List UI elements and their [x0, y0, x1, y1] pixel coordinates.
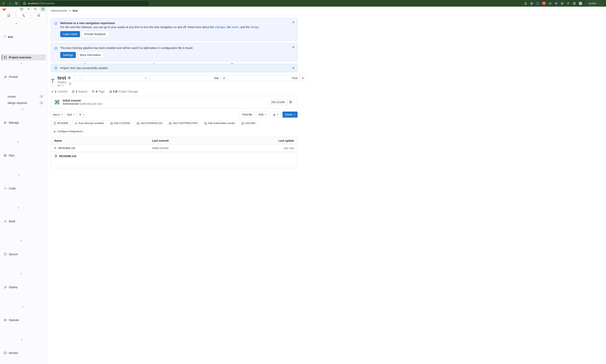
panel-icon[interactable] — [20, 7, 23, 11]
ssh-key-button[interactable] — [74, 75, 80, 81]
col-last-update: Last update — [250, 139, 294, 142]
nav-operate[interactable]: Operate — [2, 304, 46, 337]
chip-add-license[interactable]: Add LICENSE — [108, 120, 133, 126]
commit-author[interactable]: Administrator — [63, 102, 79, 105]
stat-tags[interactable]: 0 Tags — [92, 90, 105, 93]
reload-icon[interactable] — [15, 2, 18, 5]
nav-build[interactable]: Build — [2, 205, 46, 238]
address-bar[interactable]: localhost:5580/root/test — [20, 1, 149, 6]
bookmark-icon[interactable] — [530, 2, 533, 5]
nav-deploy[interactable]: Deploy — [2, 271, 46, 304]
add-file-button[interactable] — [77, 112, 87, 117]
nav-pinned[interactable]: Pinned — [2, 60, 46, 93]
quickaction-mr[interactable] — [17, 13, 30, 18]
tree-row[interactable]: M↓ README.md Initial commit just now — [51, 144, 297, 152]
svg-rect-19 — [8, 14, 9, 17]
nav-secure[interactable]: Secure — [2, 238, 46, 271]
chip-devops[interactable]: Auto DevOps enabled — [72, 120, 106, 126]
find-file-button[interactable]: Find file — [240, 112, 255, 117]
back-icon[interactable] — [2, 2, 5, 5]
link-vision[interactable]: vision — [232, 26, 239, 29]
nav-issues[interactable]: Issues 0 — [2, 93, 46, 100]
update-button[interactable]: Update — [585, 1, 604, 6]
edit-dropdown[interactable]: Edit — [256, 112, 269, 117]
chip-configure-integrations[interactable]: Configure Integrations — [51, 129, 85, 134]
clone-dropdown[interactable]: Clone — [283, 112, 298, 117]
notifications-button[interactable] — [81, 75, 149, 81]
browser-chrome: localhost:5580/root/test P1 Update — [0, 0, 606, 7]
build-icon — [4, 220, 7, 223]
nav-overview[interactable]: Project overview — [2, 54, 46, 60]
nav-monitor[interactable]: Monitor — [2, 337, 46, 364]
copy-sha-button[interactable] — [287, 99, 294, 105]
profile-avatar[interactable] — [579, 2, 582, 5]
nav-merge-requests[interactable]: Merge requests 0 — [2, 100, 46, 106]
commit-title[interactable]: Initial commit — [63, 99, 102, 102]
close-icon[interactable] — [292, 46, 295, 49]
reading-list-icon[interactable] — [567, 2, 570, 5]
extensions-icon[interactable] — [561, 2, 564, 5]
stat-branches[interactable]: 1 Branch — [72, 90, 87, 93]
user-identicon[interactable] — [41, 7, 45, 12]
chip-readme[interactable]: README — [51, 120, 70, 126]
stat-commits[interactable]: 1 Commit — [51, 90, 67, 93]
gear-icon — [53, 130, 56, 133]
nav-code[interactable]: Code — [2, 172, 46, 205]
fork-button[interactable]: Fork — [228, 75, 300, 81]
svg-rect-51 — [55, 103, 56, 104]
path-root[interactable]: test — [67, 113, 72, 116]
plus-icon[interactable] — [27, 7, 30, 11]
react-ext-icon[interactable] — [555, 2, 558, 5]
copy-icon[interactable] — [69, 82, 71, 85]
ext1-icon[interactable] — [536, 2, 539, 5]
chip-add-contributing[interactable]: Add CONTRIBUTING — [166, 120, 200, 126]
share-icon[interactable] — [524, 2, 527, 5]
breadcrumb-admin[interactable]: Administrator — [51, 9, 67, 12]
close-icon[interactable] — [292, 66, 295, 70]
svg-rect-50 — [56, 102, 58, 103]
forward-icon[interactable] — [8, 2, 12, 5]
quickaction-todo[interactable] — [32, 13, 46, 18]
fork-count: 0 — [300, 75, 306, 81]
camera-icon[interactable] — [549, 2, 552, 5]
monitor-icon — [4, 351, 7, 355]
commit-sha[interactable]: 29c151bb — [269, 99, 287, 105]
tag-icon — [92, 90, 95, 93]
quickaction-clone[interactable] — [2, 13, 15, 18]
link-design[interactable]: design — [250, 26, 259, 29]
link-changes[interactable]: changes — [215, 26, 225, 29]
code-icon — [4, 187, 7, 190]
svg-rect-29 — [4, 352, 6, 353]
svg-rect-53 — [290, 102, 291, 103]
plus-square-icon — [204, 122, 207, 125]
devops-more-button[interactable]: More information — [77, 52, 104, 58]
stat-storage[interactable]: 0 B Project Storage — [109, 90, 138, 93]
nav-manage[interactable]: Manage — [2, 106, 46, 139]
side-panel-icon[interactable] — [573, 2, 576, 5]
chip-add-changelog[interactable]: Add CHANGELOG — [134, 120, 165, 126]
alert-devops-body: The Auto DevOps pipeline has been enable… — [60, 46, 193, 50]
branch-selector[interactable]: main — [51, 112, 65, 117]
chip-add-wiki[interactable]: Add Wiki — [239, 120, 258, 126]
file-last-commit[interactable]: Initial commit — [152, 146, 250, 150]
commit-icon — [51, 90, 54, 93]
svg-rect-16 — [42, 9, 43, 9]
learn-more-button[interactable]: Learn more — [60, 31, 80, 37]
file-toolbar: main test / Find file Edit Clone — [51, 112, 298, 117]
chip-add-k8s[interactable]: Add Kubernetes cluster — [202, 120, 237, 126]
copy-icon — [289, 101, 292, 104]
p1-badge[interactable]: P1 — [542, 2, 546, 5]
plus-square-icon — [169, 122, 171, 125]
svg-point-25 — [5, 122, 6, 123]
provide-feedback-button[interactable]: Provide feedback — [82, 31, 109, 37]
search-icon[interactable] — [34, 7, 37, 11]
devops-settings-button[interactable]: Settings — [60, 52, 76, 58]
download-dropdown[interactable] — [270, 112, 281, 117]
star-button[interactable]: Star — [150, 75, 221, 81]
nav-plan[interactable]: Plan — [2, 139, 46, 172]
commit-author-avatar — [54, 99, 60, 105]
gitlab-logo-icon[interactable] — [2, 7, 6, 11]
close-icon[interactable] — [292, 21, 295, 24]
sidebar-project[interactable]: T test — [2, 21, 46, 53]
branch-icon — [72, 90, 75, 93]
